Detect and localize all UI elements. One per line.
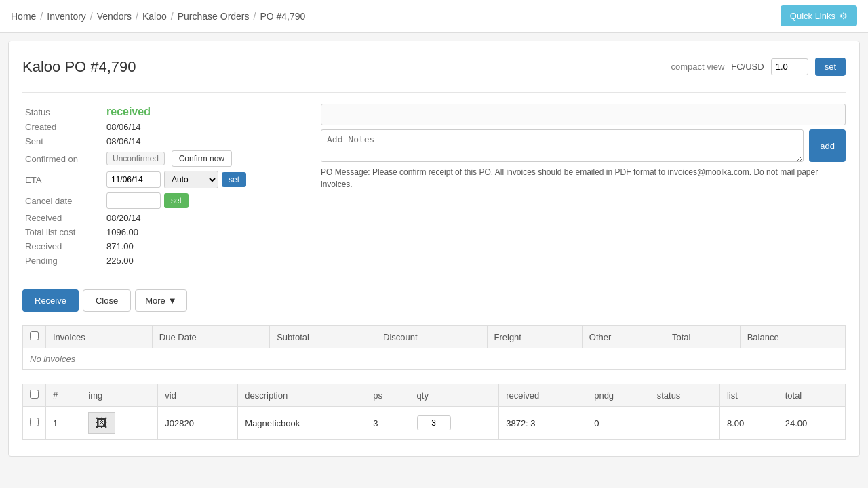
received-date-label: Received [22, 211, 104, 225]
cancel-date-input[interactable] [106, 192, 161, 209]
item-pndg: 0 [587, 407, 650, 440]
invoices-col-subtotal: Subtotal [270, 326, 376, 348]
image-icon: 🖼 [96, 416, 108, 430]
receive-button[interactable]: Receive [22, 289, 79, 312]
breadcrumb-sep-5: / [254, 11, 256, 22]
unconfirmed-badge: Unconfirmed [106, 152, 165, 165]
confirmed-on-row: Confirmed on Unconfirmed Confirm now [22, 148, 307, 169]
items-table: # img vid description ps qty received pn… [22, 384, 846, 440]
items-col-description: description [238, 384, 366, 407]
breadcrumb-sep-3: / [136, 11, 138, 22]
item-description: Magneticbook [238, 407, 366, 440]
status-value: received [106, 106, 151, 117]
chevron-down-icon: ▼ [168, 296, 177, 306]
status-row: Status received [22, 104, 307, 120]
eta-row: ETA Auto set [22, 169, 307, 190]
breadcrumb-vendors[interactable]: Vendors [97, 11, 132, 22]
quick-links-label: Quick Links [790, 11, 835, 21]
main-content: Kaloo PO #4,790 compact view FC/USD set … [8, 41, 860, 457]
received-date-value: 08/20/14 [104, 211, 307, 225]
more-label: More [145, 296, 165, 306]
breadcrumb-sep-2: / [90, 11, 93, 22]
item-received: 3872: 3 [499, 407, 587, 440]
items-col-num: # [46, 384, 81, 407]
items-col-ps: ps [366, 384, 410, 407]
cancel-date-label: Cancel date [22, 190, 104, 211]
pending-row: Pending 225.00 [22, 253, 307, 268]
invoices-select-all-checkbox[interactable] [30, 331, 39, 340]
no-invoices-row: No invoices [23, 348, 846, 370]
pending-value: 225.00 [104, 253, 307, 268]
close-button[interactable]: Close [83, 289, 131, 312]
notes-top-input[interactable] [321, 104, 846, 125]
breadcrumb-inventory[interactable]: Inventory [47, 11, 86, 22]
created-label: Created [22, 120, 104, 134]
received-cost-label: Received [22, 239, 104, 253]
status-table: Status received Created 08/06/14 Sent 08… [22, 104, 307, 268]
breadcrumb: Home / Inventory / Vendors / Kaloo / Pur… [11, 11, 305, 22]
total-list-cost-label: Total list cost [22, 225, 104, 239]
breadcrumb-purchase-orders[interactable]: Purchase Orders [178, 11, 250, 22]
items-header-row: # img vid description ps qty received pn… [23, 384, 846, 407]
item-checkbox-cell [23, 407, 46, 440]
breadcrumb-current: PO #4,790 [260, 11, 305, 22]
items-col-total: total [778, 384, 845, 407]
items-col-vid: vid [158, 384, 238, 407]
received-cost-row: Received 871.00 [22, 239, 307, 253]
cancel-date-set-button[interactable]: set [164, 193, 189, 208]
fc-usd-set-button[interactable]: set [815, 58, 846, 76]
status-label: Status [22, 104, 104, 120]
info-section: Status received Created 08/06/14 Sent 08… [22, 104, 846, 268]
total-list-cost-value: 1096.00 [104, 225, 307, 239]
add-notes-button[interactable]: add [809, 129, 846, 162]
pending-label: Pending [22, 253, 104, 268]
item-num: 1 [46, 407, 81, 440]
quick-links-button[interactable]: Quick Links ⚙ [781, 5, 857, 26]
notes-textarea[interactable] [321, 129, 804, 162]
breadcrumb-kaloo[interactable]: Kaloo [142, 11, 167, 22]
invoices-header-row: Invoices Due Date Subtotal Discount Frei… [23, 326, 846, 348]
confirmed-on-label: Confirmed on [22, 148, 104, 169]
sent-label: Sent [22, 134, 104, 148]
received-date-row: Received 08/20/14 [22, 211, 307, 225]
breadcrumb-sep-4: / [171, 11, 174, 22]
item-checkbox[interactable] [30, 418, 39, 426]
cancel-date-row: Cancel date set [22, 190, 307, 211]
created-row: Created 08/06/14 [22, 120, 307, 134]
no-invoices-text: No invoices [23, 348, 846, 370]
items-col-list: list [719, 384, 778, 407]
items-col-pndg: pndg [587, 384, 650, 407]
invoices-col-other: Other [582, 326, 665, 348]
header-controls: compact view FC/USD set [671, 58, 846, 76]
notes-section: add PO Message: Please confirm receipt o… [321, 104, 846, 268]
invoices-col-invoices: Invoices [46, 326, 153, 348]
gear-icon: ⚙ [840, 11, 848, 21]
fc-usd-label: FC/USD [731, 62, 764, 72]
item-qty-input[interactable] [417, 415, 451, 430]
sent-value: 08/06/14 [104, 134, 307, 148]
po-message: PO Message: Please confirm receipt of th… [321, 166, 846, 190]
more-button[interactable]: More ▼ [135, 289, 187, 312]
received-cost-value: 871.00 [104, 239, 307, 253]
total-list-cost-row: Total list cost 1096.00 [22, 225, 307, 239]
invoices-col-checkbox [23, 326, 46, 348]
items-col-status: status [650, 384, 719, 407]
item-vid: J02820 [158, 407, 238, 440]
items-select-all-checkbox[interactable] [30, 390, 39, 399]
item-total: 24.00 [778, 407, 845, 440]
item-status [650, 407, 719, 440]
compact-view-label: compact view [671, 62, 725, 72]
fc-usd-input[interactable] [771, 58, 808, 75]
invoices-col-total: Total [665, 326, 741, 348]
invoices-col-discount: Discount [376, 326, 487, 348]
items-col-qty: qty [410, 384, 499, 407]
page-title: Kaloo PO #4,790 [22, 58, 136, 76]
eta-mode-select[interactable]: Auto [164, 171, 218, 188]
confirm-now-button[interactable]: Confirm now [172, 150, 232, 167]
item-list: 8.00 [719, 407, 778, 440]
breadcrumb-home[interactable]: Home [11, 11, 36, 22]
eta-date-input[interactable] [106, 171, 161, 188]
eta-set-button[interactable]: set [222, 172, 246, 187]
invoices-col-freight: Freight [487, 326, 582, 348]
item-img-cell: 🖼 [81, 407, 158, 440]
